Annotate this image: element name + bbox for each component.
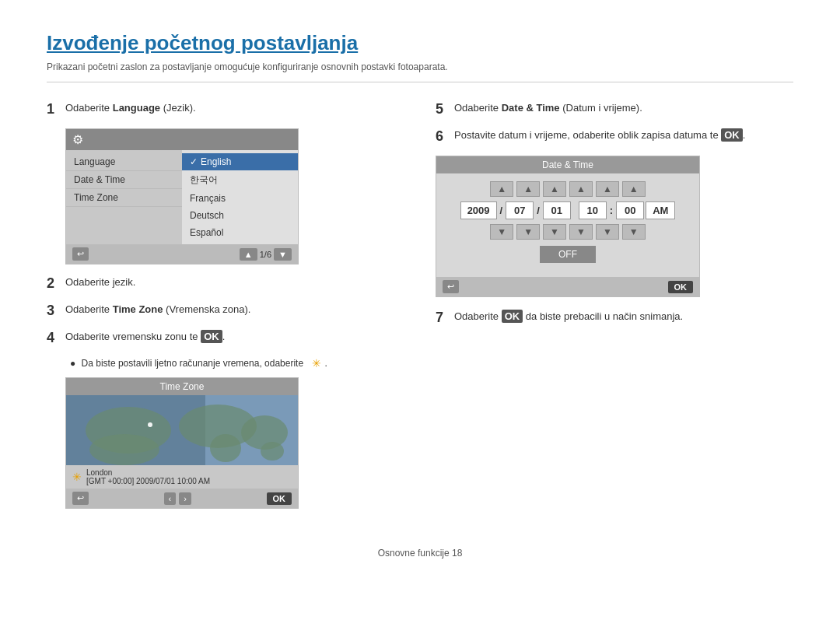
svg-point-5 bbox=[261, 442, 284, 461]
step-text-5: Odaberite Date & Time (Datum i vrijeme). bbox=[454, 101, 642, 115]
tz-prev-button[interactable]: ‹ bbox=[164, 492, 177, 505]
step-7: 7 Odaberite OK da biste prebacili u nači… bbox=[436, 310, 793, 326]
bullet-dst: ● Da biste postavili ljetno računanje vr… bbox=[70, 357, 404, 370]
dt-body: ▲ ▲ ▲ ▲ ▲ ▲ 2009 / 07 / 01 10 : 00 bbox=[436, 173, 699, 277]
tz-city: London bbox=[86, 468, 210, 477]
lang-menu-footer: ↩ ▲ 1/6 ▼ bbox=[66, 244, 298, 264]
tz-details: [GMT +00:00] 2009/07/01 10:00 AM bbox=[86, 477, 210, 485]
timezone-screenshot: Time Zone ✳ London bbox=[65, 377, 299, 509]
ok-symbol-6: OK bbox=[721, 128, 743, 142]
dt-sep1: / bbox=[499, 205, 505, 216]
step-num-4: 4 bbox=[47, 330, 61, 346]
dt-ampm-value: AM bbox=[646, 201, 675, 219]
lang-item-korean: 한국어 bbox=[182, 170, 298, 190]
menu-item-timezone: Time Zone bbox=[66, 189, 182, 207]
step-1: 1 Odaberite Language (Jezik). bbox=[47, 101, 404, 117]
step-num-3: 3 bbox=[47, 303, 61, 319]
step-5: 5 Odaberite Date & Time (Datum i vrijeme… bbox=[436, 101, 793, 117]
step-4: 4 Odaberite vremensku zonu te OK. bbox=[47, 330, 404, 346]
svg-point-1 bbox=[89, 434, 159, 465]
page-footer: Osnovne funkcije 18 bbox=[47, 548, 793, 559]
tz-map bbox=[66, 395, 298, 465]
dt-day-up[interactable]: ▲ bbox=[543, 181, 566, 197]
dt-year-down[interactable]: ▼ bbox=[490, 224, 513, 240]
step-text-3: Odaberite Time Zone (Vremenska zona). bbox=[65, 303, 250, 317]
dt-up-row: ▲ ▲ ▲ ▲ ▲ ▲ bbox=[446, 181, 690, 197]
dt-month-up[interactable]: ▲ bbox=[516, 181, 540, 197]
step-2: 2 Odaberite jezik. bbox=[47, 275, 404, 292]
dt-year-value: 2009 bbox=[460, 201, 497, 219]
lang-menu-left: Language Date & Time Time Zone bbox=[66, 150, 182, 244]
dt-header: Date & Time bbox=[436, 156, 699, 173]
dt-footer: ↩ OK bbox=[436, 277, 699, 296]
language-menu-screenshot: ⚙ Language Date & Time Time Zone ✓Englis… bbox=[65, 128, 299, 264]
lang-menu-header: ⚙ bbox=[66, 129, 298, 150]
step-num-6: 6 bbox=[436, 128, 450, 145]
step-num-1: 1 bbox=[47, 101, 61, 117]
dt-ampm-down[interactable]: ▼ bbox=[622, 224, 646, 240]
tz-info: ✳ London [GMT +00:00] 2009/07/01 10:00 A… bbox=[66, 465, 298, 489]
step-text-1: Odaberite Language (Jezik). bbox=[65, 101, 196, 115]
dt-off-button[interactable]: OFF bbox=[540, 246, 596, 263]
tz-sun-icon: ✳ bbox=[72, 471, 82, 483]
dt-ampm-up[interactable]: ▲ bbox=[622, 181, 646, 197]
bullet-text: Da biste postavili ljetno računanje vrem… bbox=[82, 358, 304, 369]
dt-values-row: 2009 / 07 / 01 10 : 00 AM bbox=[446, 201, 690, 219]
menu-item-datetime: Date & Time bbox=[66, 171, 182, 189]
tz-back-button[interactable]: ↩ bbox=[72, 492, 89, 505]
step-3: 3 Odaberite Time Zone (Vremenska zona). bbox=[47, 303, 404, 319]
page-subtitle: Prikazani početni zaslon za postavljanje… bbox=[47, 61, 793, 82]
tz-next-button[interactable]: › bbox=[179, 492, 191, 505]
dt-day-value: 01 bbox=[543, 201, 571, 219]
step-text-2: Odaberite jezik. bbox=[65, 275, 135, 289]
svg-point-3 bbox=[210, 434, 241, 462]
dt-minute-down[interactable]: ▼ bbox=[596, 224, 619, 240]
step-text-4: Odaberite vremensku zonu te OK. bbox=[65, 330, 225, 344]
tz-ok-button[interactable]: OK bbox=[267, 492, 292, 505]
tz-header: Time Zone bbox=[66, 378, 298, 395]
menu-item-language: Language bbox=[66, 153, 182, 171]
tz-footer: ↩ ‹ › OK bbox=[66, 489, 298, 508]
dt-down-row: ▼ ▼ ▼ ▼ ▼ ▼ bbox=[446, 224, 690, 240]
dt-month-value: 07 bbox=[506, 201, 534, 219]
dt-colon: : bbox=[608, 205, 614, 216]
step-num-7: 7 bbox=[436, 310, 450, 326]
lang-item-french: Français bbox=[182, 190, 298, 207]
dt-hour-up[interactable]: ▲ bbox=[569, 181, 593, 197]
dt-month-down[interactable]: ▼ bbox=[516, 224, 540, 240]
lang-back-button[interactable]: ↩ bbox=[72, 247, 89, 261]
lang-item-spanish: Español bbox=[182, 224, 298, 241]
dt-minute-up[interactable]: ▲ bbox=[596, 181, 619, 197]
lang-page-number: 1/6 bbox=[260, 250, 271, 259]
lang-menu-body: Language Date & Time Time Zone ✓English … bbox=[66, 150, 298, 244]
dt-minute-value: 00 bbox=[616, 201, 644, 219]
sun-icon: ✳ bbox=[312, 357, 321, 370]
ok-symbol-7: OK bbox=[502, 310, 523, 323]
lang-down-button[interactable]: ▼ bbox=[274, 248, 292, 261]
step-num-2: 2 bbox=[47, 275, 61, 292]
step-6: 6 Postavite datum i vrijeme, odaberite o… bbox=[436, 128, 793, 145]
lang-menu-right: ✓English 한국어 Français Deutsch Español bbox=[182, 150, 298, 244]
dt-day-down[interactable]: ▼ bbox=[543, 224, 566, 240]
dt-back-button[interactable]: ↩ bbox=[443, 280, 459, 293]
gear-icon: ⚙ bbox=[72, 132, 83, 147]
step-text-6: Postavite datum i vrijeme, odaberite obl… bbox=[454, 128, 745, 142]
check-icon: ✓ bbox=[190, 156, 198, 167]
lang-item-english: ✓English bbox=[182, 153, 298, 170]
page-title: Izvođenje početnog postavljanja bbox=[47, 31, 793, 55]
step-text-7: Odaberite OK da biste prebacili u način … bbox=[454, 310, 683, 324]
lang-up-button[interactable]: ▲ bbox=[240, 248, 257, 261]
dt-hour-down[interactable]: ▼ bbox=[569, 224, 593, 240]
svg-point-6 bbox=[148, 422, 152, 427]
dt-ok-button[interactable]: OK bbox=[668, 281, 694, 293]
lang-item-german: Deutsch bbox=[182, 207, 298, 224]
dt-sep2: / bbox=[535, 205, 541, 216]
dt-hour-value: 10 bbox=[579, 201, 607, 219]
dt-year-up[interactable]: ▲ bbox=[490, 181, 513, 197]
page-indicator: ▲ 1/6 ▼ bbox=[240, 248, 292, 261]
step-num-5: 5 bbox=[436, 101, 450, 117]
ok-symbol-4: OK bbox=[201, 330, 222, 343]
datetime-screenshot: Date & Time ▲ ▲ ▲ ▲ ▲ ▲ 2009 / 07 / 01 bbox=[436, 156, 700, 297]
